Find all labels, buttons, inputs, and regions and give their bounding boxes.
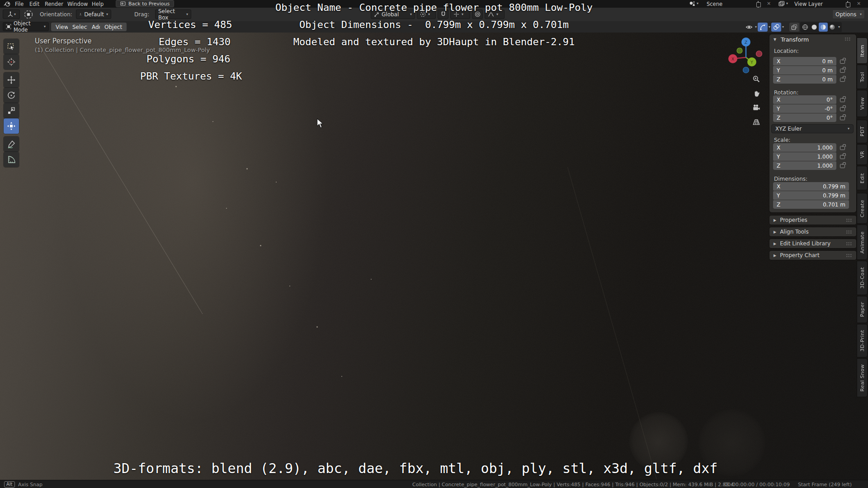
back-label: Back to Previous bbox=[128, 1, 170, 7]
scale-z-field[interactable]: Z1.000 bbox=[773, 161, 836, 170]
menu-file[interactable]: File bbox=[15, 1, 24, 7]
editor-type-button[interactable]: ▾ bbox=[3, 9, 20, 19]
shading-rendered-button[interactable] bbox=[828, 23, 837, 32]
sidebar-tab-view[interactable]: View bbox=[857, 90, 867, 117]
chevron-down-icon[interactable]: ▾ bbox=[755, 25, 757, 29]
drag-dropdown[interactable]: Select Box ▾ bbox=[155, 9, 191, 19]
object-visibility-button[interactable] bbox=[744, 23, 754, 32]
menu-edit[interactable]: Edit bbox=[29, 1, 39, 7]
toggle-xray-button[interactable] bbox=[789, 23, 799, 32]
tool-move[interactable] bbox=[4, 72, 19, 88]
shading-wireframe-button[interactable] bbox=[801, 23, 810, 32]
tool-select-box[interactable] bbox=[4, 39, 19, 54]
navigation-gizmo[interactable]: X Y Z bbox=[722, 34, 769, 81]
close-icon[interactable]: × bbox=[767, 1, 771, 6]
view-layer-browse-button[interactable]: ▾ bbox=[778, 1, 788, 6]
panel-align-tools[interactable]: ▶ Align Tools bbox=[769, 227, 856, 236]
perspective-grid-icon[interactable] bbox=[752, 118, 760, 126]
chevron-down-icon[interactable]: ▾ bbox=[769, 25, 770, 29]
scale-x-field[interactable]: X1.000 bbox=[773, 143, 836, 152]
pan-hand-icon[interactable] bbox=[752, 89, 760, 98]
pivot-point-dropdown[interactable]: ▾ bbox=[417, 9, 436, 19]
tool-transform[interactable] bbox=[4, 118, 19, 134]
chevron-down-icon[interactable]: ▾ bbox=[837, 25, 841, 29]
sidebar-tab-paper[interactable]: Paper bbox=[857, 296, 867, 323]
menu-object[interactable]: Object bbox=[100, 23, 127, 31]
viewport-3d[interactable]: User Perspective (1) Collection | Concre… bbox=[0, 33, 868, 480]
location-z-field[interactable]: Z0 m bbox=[773, 75, 836, 84]
chevron-down-icon: ▾ bbox=[186, 13, 188, 16]
transform-orientation-dropdown[interactable]: Global ▾ bbox=[371, 9, 415, 19]
sidebar-tab-item[interactable]: Item bbox=[857, 38, 867, 63]
orientation-dropdown[interactable]: Default ▾ bbox=[76, 9, 111, 19]
snap-settings-dropdown[interactable]: ▾ bbox=[450, 9, 470, 19]
camera-view-icon[interactable] bbox=[752, 103, 760, 112]
tool-annotate[interactable] bbox=[4, 136, 19, 152]
rotation-y-field[interactable]: Y-0° bbox=[773, 104, 836, 113]
panel-properties[interactable]: ▶ Properties bbox=[769, 216, 856, 225]
sidebar-tab-tool[interactable]: Tool bbox=[857, 65, 867, 89]
chevron-down-icon: ▾ bbox=[697, 2, 698, 5]
close-icon[interactable]: × bbox=[857, 1, 861, 6]
panel-collapse-icon[interactable]: ▼ bbox=[774, 38, 776, 42]
rotation-x-field[interactable]: X0° bbox=[773, 95, 836, 104]
field-value: 0.799 m bbox=[823, 192, 845, 199]
rotation-mode-dropdown[interactable]: XYZ Euler ▾ bbox=[771, 124, 854, 133]
shading-material-button[interactable] bbox=[819, 23, 828, 32]
menu-render[interactable]: Render bbox=[45, 1, 63, 7]
scale-y-field[interactable]: Y1.000 bbox=[773, 152, 836, 161]
show-overlays-button[interactable] bbox=[771, 23, 781, 32]
dimensions-z-field[interactable]: Z0.701 m bbox=[773, 200, 849, 209]
sidebar-tab-real-snow[interactable]: Real Snow bbox=[857, 359, 867, 397]
active-tool-icon[interactable] bbox=[24, 9, 33, 19]
sidebar-tab-3d-print[interactable]: 3D-Print bbox=[857, 324, 867, 357]
lock-icon[interactable] bbox=[840, 155, 845, 159]
sidebar-tab-edit[interactable]: Edit bbox=[857, 166, 867, 190]
lock-icon[interactable] bbox=[840, 69, 845, 73]
dimensions-x-field[interactable]: X0.799 m bbox=[773, 182, 849, 191]
lock-icon[interactable] bbox=[840, 164, 845, 168]
mode-dropdown[interactable]: Object Mode ▾ bbox=[3, 22, 49, 31]
view-layer-name-field[interactable]: View Layer bbox=[794, 1, 823, 7]
proportional-falloff-dropdown[interactable]: ▾ bbox=[485, 9, 505, 19]
sidebar-tab-pdt[interactable]: PDT bbox=[857, 120, 867, 143]
location-y-field[interactable]: Y0 m bbox=[773, 66, 836, 75]
dimensions-y-field[interactable]: Y0.799 m bbox=[773, 191, 849, 200]
blender-logo-icon[interactable] bbox=[4, 0, 11, 7]
lock-icon[interactable] bbox=[840, 60, 845, 64]
back-icon bbox=[120, 1, 126, 6]
chevron-down-icon[interactable]: ▾ bbox=[782, 25, 784, 29]
panel-property-chart[interactable]: ▶ Property Chart bbox=[769, 251, 856, 260]
tool-scale[interactable] bbox=[4, 103, 19, 118]
frame-info: Start Frame (249 left) bbox=[798, 482, 852, 488]
sidebar-tab-vr[interactable]: VR bbox=[857, 145, 867, 164]
lock-icon[interactable] bbox=[840, 146, 845, 150]
tool-3d-cursor[interactable] bbox=[4, 54, 19, 70]
options-dropdown[interactable]: Options ▾ bbox=[832, 9, 865, 19]
shading-solid-button[interactable] bbox=[810, 23, 819, 32]
sidebar-tab-create[interactable]: Create bbox=[857, 193, 867, 223]
lock-icon[interactable] bbox=[840, 78, 845, 82]
lock-icon[interactable] bbox=[840, 107, 845, 111]
panel-edit-linked-library[interactable]: ▶ Edit Linked Library bbox=[769, 239, 856, 248]
location-x-field[interactable]: X0 m bbox=[773, 57, 836, 66]
snap-toggle-button[interactable] bbox=[438, 9, 448, 19]
proportional-editing-button[interactable] bbox=[472, 9, 483, 19]
tool-measure[interactable] bbox=[4, 152, 19, 167]
sidebar-tab-3d-coat[interactable]: 3D-Coat bbox=[857, 261, 867, 295]
back-to-previous-button[interactable]: Back to Previous bbox=[116, 0, 174, 7]
dimensions-label: Dimensions: bbox=[774, 176, 807, 182]
menu-window[interactable]: Window bbox=[67, 1, 88, 7]
scene-browse-button[interactable]: ▾ bbox=[689, 1, 698, 6]
show-gizmo-button[interactable] bbox=[758, 23, 768, 32]
lock-icon[interactable] bbox=[840, 98, 845, 102]
transform-panel-title[interactable]: Transform bbox=[781, 36, 809, 43]
lock-icon[interactable] bbox=[840, 116, 845, 120]
tool-rotate[interactable] bbox=[4, 88, 19, 103]
panel-grip-icon[interactable] bbox=[844, 37, 851, 41]
sidebar-tab-animate[interactable]: Animate bbox=[857, 225, 867, 259]
scene-name-field[interactable]: Scene bbox=[707, 1, 722, 7]
zoom-icon[interactable] bbox=[752, 75, 760, 83]
menu-help[interactable]: Help bbox=[92, 1, 104, 7]
rotation-z-field[interactable]: Z0° bbox=[773, 113, 836, 122]
